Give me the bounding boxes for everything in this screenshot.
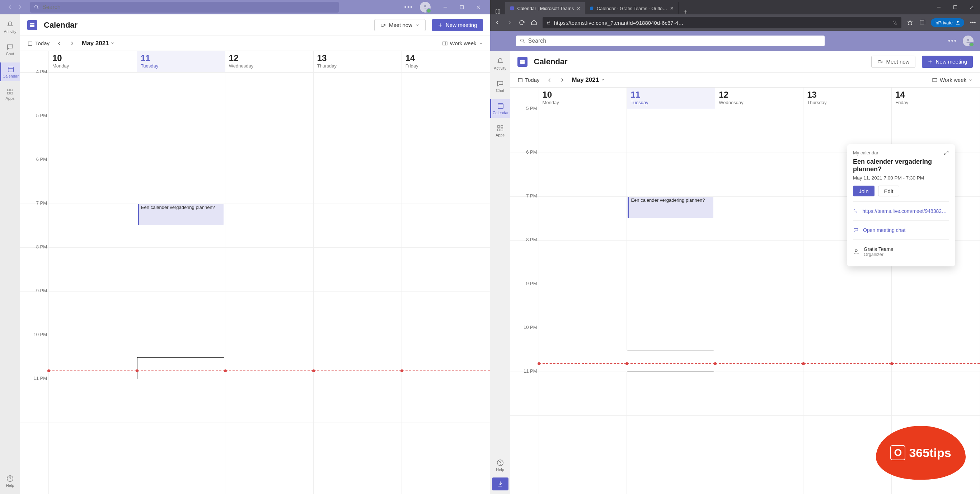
sidebar-item-apps[interactable]: Apps <box>490 121 510 140</box>
day-name: Wednesday <box>229 63 310 69</box>
day-column[interactable]: 10Monday <box>49 51 137 494</box>
overflow-menu-icon[interactable]: ••• <box>404 3 414 11</box>
meet-now-button[interactable]: Meet now <box>374 19 426 31</box>
day-header[interactable]: 10Monday <box>539 88 627 109</box>
help-icon <box>6 475 14 483</box>
sidebar-item-apps[interactable]: Apps <box>0 85 20 104</box>
calendar-grid[interactable]: 4 PM5 PM6 PM7 PM8 PM9 PM10 PM11 PM 10Mon… <box>20 51 490 494</box>
day-column[interactable]: 12Wednesday <box>225 51 313 494</box>
meeting-link-row[interactable]: https://teams.live.com/meet/94838233136… <box>853 205 949 218</box>
day-column[interactable]: 11TuesdayEen calender vergadering planne… <box>137 51 225 494</box>
day-header[interactable]: 14Friday <box>402 51 490 73</box>
new-tab-button[interactable] <box>679 10 692 14</box>
read-aloud-icon[interactable] <box>892 20 898 25</box>
day-column[interactable]: 11TuesdayEen calender vergadering planne… <box>627 88 715 494</box>
open-chat-row[interactable]: Open meeting chat <box>853 224 949 237</box>
svg-rect-32 <box>878 60 881 63</box>
favorites-icon[interactable] <box>907 19 913 26</box>
expand-icon[interactable] <box>943 150 949 156</box>
search-input[interactable] <box>528 38 821 44</box>
tab-actions-icon[interactable] <box>490 9 505 14</box>
search-box[interactable] <box>30 2 339 13</box>
hour-row: 6 PM <box>510 153 539 197</box>
sidebar-item-help[interactable]: Help <box>0 472 20 491</box>
day-header[interactable]: 11Tuesday <box>137 51 225 73</box>
prev-week-icon[interactable] <box>56 40 62 47</box>
close-button[interactable] <box>964 0 980 14</box>
day-header[interactable]: 12Wednesday <box>715 88 803 109</box>
svg-rect-13 <box>443 41 447 45</box>
day-header[interactable]: 12Wednesday <box>225 51 313 73</box>
inprivate-badge[interactable]: InPrivate <box>931 18 964 27</box>
new-meeting-button[interactable]: New meeting <box>432 19 483 31</box>
minimize-button[interactable] <box>931 0 947 14</box>
maximize-button[interactable] <box>947 0 964 14</box>
month-picker[interactable]: May 2021 <box>572 76 605 84</box>
sidebar-item-activity[interactable]: Activity <box>490 54 510 73</box>
hour-row: 10 PM <box>20 335 48 379</box>
svg-point-21 <box>957 21 958 22</box>
new-meeting-button[interactable]: New meeting <box>922 56 973 68</box>
month-label: May 2021 <box>572 76 599 83</box>
browser-reload-icon[interactable] <box>518 19 525 26</box>
avatar[interactable] <box>420 2 431 13</box>
collections-icon[interactable] <box>919 19 926 26</box>
minimize-button[interactable] <box>437 0 453 14</box>
chevron-down-icon <box>479 41 483 46</box>
browser-forward-icon[interactable] <box>506 19 513 26</box>
day-column[interactable]: 12Wednesday <box>715 88 803 494</box>
chevron-down-icon <box>601 78 605 82</box>
overflow-menu-icon[interactable]: ••• <box>948 37 957 45</box>
calendar-event[interactable]: Een calender vergadering plannen? <box>138 204 224 225</box>
sidebar-item-calendar[interactable]: Calendar <box>0 62 20 81</box>
close-button[interactable] <box>470 0 487 14</box>
tab-close-icon[interactable]: ✕ <box>670 6 674 11</box>
button-label: Meet now <box>886 59 909 65</box>
svg-point-1 <box>424 5 426 7</box>
sidebar-item-calendar[interactable]: Calendar <box>490 99 510 118</box>
prev-week-icon[interactable] <box>546 77 553 83</box>
day-column[interactable]: 14Friday <box>402 51 490 494</box>
today-button[interactable]: Today <box>517 77 540 83</box>
day-column[interactable]: 10Monday <box>539 88 627 494</box>
time-selection[interactable] <box>137 357 224 379</box>
browser-back-icon[interactable] <box>494 19 501 26</box>
maximize-button[interactable] <box>453 0 470 14</box>
day-header[interactable]: 13Thursday <box>313 51 401 73</box>
sidebar-item-help[interactable]: Help <box>490 456 510 475</box>
sidebar-item-activity[interactable]: Activity <box>0 18 20 37</box>
month-picker[interactable]: May 2021 <box>82 40 115 47</box>
avatar[interactable] <box>963 35 974 46</box>
current-time-indicator <box>313 371 401 371</box>
day-header[interactable]: 10Monday <box>49 51 137 73</box>
browser-tab-active[interactable]: Calendar | Microsoft Teams ✕ <box>505 2 585 14</box>
day-header[interactable]: 13Thursday <box>803 88 891 109</box>
meet-now-button[interactable]: Meet now <box>871 56 915 68</box>
time-selection[interactable] <box>627 350 714 372</box>
next-week-icon[interactable] <box>69 40 75 47</box>
edit-button[interactable]: Edit <box>878 186 900 196</box>
browser-menu-icon[interactable]: ••• <box>969 19 977 26</box>
window-controls <box>437 0 487 14</box>
calendar-event[interactable]: Een calender vergadering plannen? <box>628 197 713 218</box>
download-app-button[interactable] <box>492 478 509 491</box>
browser-tab-inactive[interactable]: Calendar - Gratis Teams - Outlo… ✕ <box>585 2 679 14</box>
view-selector[interactable]: Work week <box>932 77 973 83</box>
day-header[interactable]: 11Tuesday <box>627 88 715 109</box>
search-input[interactable] <box>42 4 335 10</box>
day-column[interactable]: 13Thursday <box>313 51 402 494</box>
nav-back-icon[interactable] <box>6 3 14 11</box>
address-bar[interactable]: https://teams.live.com/_?tenantId=918804… <box>542 17 901 29</box>
view-selector[interactable]: Work week <box>442 40 483 46</box>
browser-home-icon[interactable] <box>530 19 538 26</box>
today-button[interactable]: Today <box>27 40 49 46</box>
join-button[interactable]: Join <box>853 186 875 196</box>
day-header[interactable]: 14Friday <box>892 88 980 109</box>
tab-close-icon[interactable]: ✕ <box>577 6 581 11</box>
sidebar-item-label: Help <box>496 467 504 472</box>
search-box[interactable] <box>516 35 825 46</box>
next-week-icon[interactable] <box>559 77 566 83</box>
sidebar-item-chat[interactable]: Chat <box>0 40 20 59</box>
sidebar-item-chat[interactable]: Chat <box>490 77 510 96</box>
nav-forward-icon[interactable] <box>16 3 24 11</box>
